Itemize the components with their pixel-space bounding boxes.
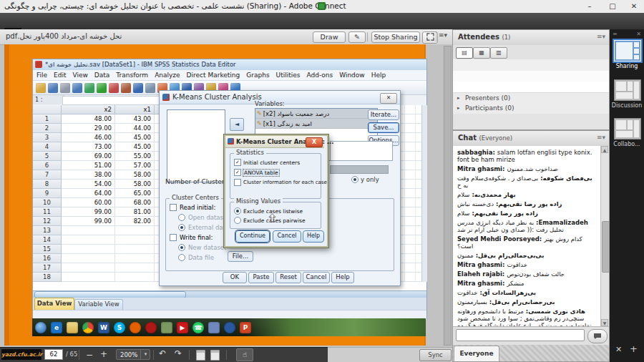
row-number[interactable]: 4 [33, 142, 62, 152]
data-cell[interactable]: 51.00 [62, 161, 115, 170]
empty-cell[interactable] [115, 235, 155, 245]
empty-cell[interactable] [115, 226, 155, 235]
grid-vertical-scrollbar[interactable] [421, 105, 427, 282]
options-close-button[interactable]: X [306, 137, 323, 147]
spss-menu-item[interactable]: File [36, 72, 47, 79]
data-cell[interactable]: 99.00 [62, 217, 115, 226]
column-header[interactable]: x2 [62, 105, 115, 114]
data-cell[interactable]: 44.00 [115, 124, 155, 133]
sync-button[interactable]: Sync [419, 349, 452, 361]
spss-toolbar-icon[interactable] [145, 83, 155, 93]
zoom-caret-icon[interactable]: ▾ [140, 349, 150, 360]
host-list-item[interactable]: د. اسد. م [453, 82, 609, 92]
initial-cluster-centers-checkbox[interactable]: ✓Initial cluster centers [234, 159, 300, 166]
spss-menu-item[interactable]: Utilities [276, 72, 301, 79]
help-button[interactable]: Help [303, 230, 324, 243]
data-cell[interactable]: 58.00 [115, 170, 155, 180]
firefox-icon[interactable] [130, 322, 141, 333]
layout-discussion-label[interactable]: Discussion [610, 102, 644, 109]
undo-button[interactable]: ↶ [159, 348, 166, 358]
spss-toolbar-icon[interactable] [109, 83, 119, 93]
row-number[interactable]: 12 [33, 217, 62, 226]
spss-menu-item[interactable]: Analyze [155, 72, 180, 79]
page-view-button[interactable] [196, 350, 205, 361]
spss-toolbar-icon[interactable] [84, 83, 94, 93]
spss-toolbar-icon[interactable] [72, 83, 82, 93]
expand-caret-icon[interactable]: ▸ [457, 105, 460, 111]
spss-menu-item[interactable]: Direct Marketing [187, 72, 240, 79]
tab-everyone[interactable]: Everyone [454, 346, 499, 361]
pan-tool-button[interactable]: ☝ [236, 348, 253, 361]
help-button[interactable]: Help [331, 272, 354, 283]
data-cell[interactable]: 45.00 [115, 133, 155, 142]
radio-icon[interactable] [178, 214, 185, 221]
maximize-button[interactable]: □ [602, 0, 623, 13]
remove-layout-button[interactable]: ✕ [615, 345, 622, 354]
empty-cell[interactable] [62, 263, 115, 273]
data-cell[interactable]: 43.00 [115, 114, 155, 124]
whatsapp-icon[interactable]: ☎ [192, 322, 204, 333]
layout-sharing-thumbnail[interactable] [615, 41, 640, 61]
chat-scrollbar[interactable]: ▲ ▼ [600, 146, 609, 326]
cancel-button[interactable]: Cancel [273, 230, 301, 243]
data-cell[interactable]: 55.00 [115, 152, 155, 161]
reset-button[interactable]: Reset [275, 272, 301, 283]
stop-sharing-button[interactable]: Stop Sharing [371, 31, 420, 43]
data-cell[interactable]: 65.00 [115, 189, 155, 198]
data-cell[interactable]: 73.00 [62, 142, 115, 152]
expand-caret-icon[interactable]: ▸ [457, 95, 460, 101]
data-cell[interactable]: 54.00 [62, 180, 115, 189]
data-cell[interactable]: 29.00 [62, 124, 115, 133]
spss-menu-item[interactable]: Edit [54, 72, 66, 79]
attendee-list-view-button[interactable]: ▤ [456, 47, 473, 59]
row-number[interactable]: 5 [33, 152, 62, 161]
layout-collaboration-label[interactable]: Collabo... [610, 141, 644, 147]
radio-icon[interactable] [178, 254, 185, 261]
green-app-icon[interactable] [161, 322, 172, 333]
radio-icon[interactable] [178, 224, 185, 231]
close-button[interactable]: ✕ [624, 0, 644, 13]
photo-viewer-icon[interactable] [208, 322, 220, 333]
data-cell[interactable]: 58.00 [115, 180, 155, 189]
data-cell[interactable]: 48.00 [62, 114, 115, 124]
share-pod-menu-icon[interactable]: ≡▾ [439, 31, 452, 39]
spss-menu-item[interactable]: Transform [116, 72, 148, 79]
checkbox-icon[interactable]: ✓ [234, 169, 241, 176]
options-dialog-titlebar[interactable]: K-Means Cluster Analysis: ... X [225, 136, 324, 148]
spss-menu-item[interactable]: View [73, 72, 88, 79]
folder-icon[interactable] [67, 322, 78, 333]
chat-message-area[interactable]: sabbaghia: salam lotfan englisi type kon… [453, 146, 609, 326]
open-dataset-radio[interactable]: Open dataset [178, 214, 230, 221]
hosts-section[interactable]: ▾ Hosts (1) [453, 71, 609, 82]
data-cell[interactable]: 99.00 [62, 207, 115, 217]
data-cell[interactable]: 57.00 [115, 161, 155, 170]
draw-button[interactable]: Draw [313, 31, 346, 43]
youtube-icon[interactable]: ▶ [177, 322, 188, 333]
spss-menu-item[interactable]: Help [371, 72, 386, 79]
row-number[interactable]: 6 [33, 161, 62, 170]
redo-button[interactable]: ↷ [175, 348, 182, 358]
classify-only-radio[interactable]: y only [351, 176, 379, 183]
empty-cell[interactable] [115, 263, 155, 273]
red-app-icon[interactable] [145, 322, 157, 333]
ok-button[interactable]: OK [223, 272, 247, 283]
pod-resize-area[interactable] [453, 114, 609, 129]
layout-sharing-label[interactable]: Sharing [610, 63, 644, 69]
scroll-down-icon[interactable]: ▼ [601, 319, 608, 326]
data-cell[interactable]: 69.00 [62, 152, 115, 161]
spss-toolbar-icon[interactable] [48, 83, 58, 93]
pointer-pen-button[interactable]: ✎ [348, 31, 366, 43]
data-cell[interactable]: 60.00 [62, 198, 115, 207]
attendee-status-view-button[interactable]: ▥ [490, 47, 507, 59]
checkbox-icon[interactable] [234, 179, 241, 186]
row-number[interactable]: 11 [33, 207, 62, 217]
row-number[interactable]: 2 [33, 124, 62, 133]
chrome-icon[interactable] [82, 322, 94, 333]
chat-pod-menu-icon[interactable]: ≡▾ [597, 134, 605, 141]
write-final-checkbox[interactable]: Write final: [170, 234, 213, 241]
row-number[interactable]: 8 [33, 180, 62, 189]
move-variable-button[interactable]: ◄ [230, 118, 244, 131]
empty-cell[interactable] [62, 254, 115, 263]
tab-variable-view[interactable]: Variable View [74, 299, 123, 310]
cluster-information-checkbox[interactable]: Cluster information for each case [234, 179, 327, 186]
